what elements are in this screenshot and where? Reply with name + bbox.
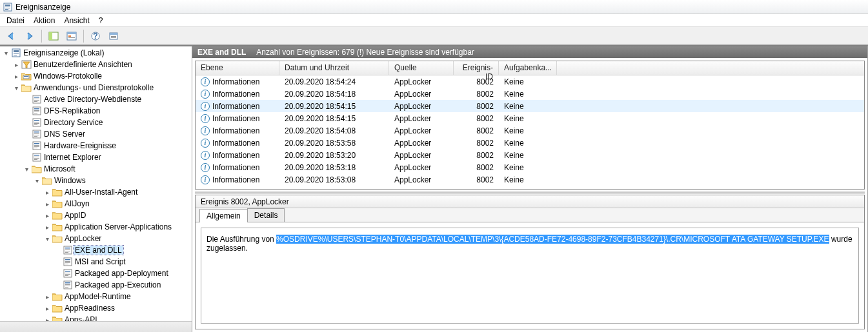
svg-rect-47 xyxy=(34,148,37,148)
content-header: EXE and DLL Anzahl von Ereignissen: 679 … xyxy=(192,46,867,58)
tree-item-windows-logs[interactable]: ▸Windows-Protokolle xyxy=(0,70,192,82)
forward-button[interactable] xyxy=(22,29,37,43)
tree-item-dfs[interactable]: DFS-Replikation xyxy=(0,105,192,117)
tree-item-dirsvc[interactable]: Directory Service xyxy=(0,117,192,128)
event-id: 8002 xyxy=(454,114,499,123)
event-source: AppLocker xyxy=(389,175,454,184)
svg-rect-27 xyxy=(34,101,37,102)
svg-rect-0 xyxy=(4,3,12,11)
svg-rect-8 xyxy=(68,35,71,37)
column-headers[interactable]: Ebene Datum und Uhrzeit Quelle Ereignis-… xyxy=(196,61,864,75)
event-time: 20.09.2020 18:54:08 xyxy=(279,126,389,135)
tree-item-root[interactable]: ▾Ereignisanzeige (Lokal) xyxy=(0,47,192,59)
event-time: 20.09.2020 18:54:24 xyxy=(279,77,389,86)
tree-item-exe-dll[interactable]: EXE and DLL xyxy=(0,244,192,256)
tree-item-ie[interactable]: Internet Explorer xyxy=(0,151,192,163)
tree-item-app-srv[interactable]: ▸Application Server-Applications xyxy=(0,221,192,233)
svg-text:?: ? xyxy=(93,32,97,41)
tree-item-label: Directory Service xyxy=(43,118,103,127)
tree-item-applocker[interactable]: ▾AppLocker xyxy=(0,233,192,244)
event-id: 8002 xyxy=(454,126,499,135)
tree-item-label: EXE and DLL xyxy=(74,246,123,255)
event-time: 20.09.2020 18:54:15 xyxy=(279,102,389,111)
event-level: Informationen xyxy=(212,90,259,99)
folder-icon xyxy=(52,304,63,313)
col-level[interactable]: Ebene xyxy=(196,61,279,75)
tree-item-ad-web[interactable]: Active Directory-Webdienste xyxy=(0,93,192,105)
tree-item-appready[interactable]: ▸AppReadiness xyxy=(0,302,192,314)
tree-item-label: All-User-Install-Agent xyxy=(63,188,137,197)
event-row[interactable]: iInformationen20.09.2020 18:53:08AppLock… xyxy=(196,173,864,186)
event-message[interactable]: Die Ausführung von %OSDRIVE%\USERS\STEPH… xyxy=(201,228,859,324)
folder-icon xyxy=(52,293,63,301)
tree-item-pkg-dep[interactable]: Packaged app-Deployment xyxy=(0,268,192,279)
tree-item-windows[interactable]: ▾Windows xyxy=(0,175,192,186)
event-source: AppLocker xyxy=(389,139,454,148)
tree-item-hw[interactable]: Hardware-Ereignisse xyxy=(0,140,192,151)
tree-item-label: Ereignisanzeige (Lokal) xyxy=(22,48,104,57)
tree-item-dns[interactable]: DNS Server xyxy=(0,128,192,140)
col-source[interactable]: Quelle xyxy=(389,61,454,75)
event-row[interactable]: iInformationen20.09.2020 18:54:15AppLock… xyxy=(196,100,864,112)
navigation-tree[interactable]: ▾Ereignisanzeige (Lokal)▸Benutzerdefinie… xyxy=(0,45,192,332)
svg-rect-69 xyxy=(65,282,70,284)
event-row[interactable]: iInformationen20.09.2020 18:54:08AppLock… xyxy=(196,124,864,137)
tree-item-apps-services[interactable]: ▾Anwendungs- und Dienstprotokolle xyxy=(0,82,192,93)
col-time[interactable]: Datum und Uhrzeit xyxy=(279,61,389,75)
filter-icon xyxy=(21,60,32,69)
svg-rect-30 xyxy=(34,110,39,111)
svg-rect-60 xyxy=(65,261,70,262)
event-id: 8002 xyxy=(454,139,499,148)
event-row[interactable]: iInformationen20.09.2020 18:53:58AppLock… xyxy=(196,137,864,149)
show-hide-tree-button[interactable] xyxy=(46,29,61,43)
event-row[interactable]: iInformationen20.09.2020 18:54:24AppLock… xyxy=(196,75,864,88)
tree-item-all-user[interactable]: ▸All-User-Install-Agent xyxy=(0,186,192,198)
event-list[interactable]: Ebene Datum und Uhrzeit Quelle Ereignis-… xyxy=(195,61,865,190)
event-time: 20.09.2020 18:54:15 xyxy=(279,114,389,123)
tree-item-msi[interactable]: MSI and Script xyxy=(0,256,192,268)
svg-rect-25 xyxy=(34,99,39,99)
svg-rect-65 xyxy=(65,273,70,273)
properties-button[interactable] xyxy=(64,29,79,43)
svg-rect-21 xyxy=(23,75,29,79)
event-row[interactable]: iInformationen20.09.2020 18:53:20AppLock… xyxy=(196,149,864,161)
tab-general[interactable]: Allgemein xyxy=(199,209,248,222)
tree-item-custom-views[interactable]: ▸Benutzerdefinierte Ansichten xyxy=(0,59,192,70)
menu-file[interactable]: Datei xyxy=(6,16,25,25)
tree-item-label: Application Server-Applications xyxy=(63,222,172,231)
event-time: 20.09.2020 18:54:18 xyxy=(279,90,389,99)
horizontal-splitter[interactable] xyxy=(195,191,865,193)
tree-item-label: DNS Server xyxy=(43,130,85,139)
tree-item-label: AllJoyn xyxy=(63,199,90,208)
menu-action[interactable]: Aktion xyxy=(34,16,55,25)
col-task[interactable]: Aufgabenka... xyxy=(499,61,557,75)
tree-item-appsapi[interactable]: ▸Apps-API xyxy=(0,314,192,326)
svg-rect-13 xyxy=(110,33,117,35)
help-button[interactable]: ? xyxy=(88,29,103,43)
event-row[interactable]: iInformationen20.09.2020 18:53:18AppLock… xyxy=(196,161,864,173)
event-detail: Ereignis 8002, AppLocker Allgemein Detai… xyxy=(195,195,865,329)
event-row[interactable]: iInformationen20.09.2020 18:54:15AppLock… xyxy=(196,112,864,124)
tree-item-microsoft[interactable]: ▾Microsoft xyxy=(0,163,192,175)
tree-item-label: Active Directory-Webdienste xyxy=(43,95,141,104)
event-row[interactable]: iInformationen20.09.2020 18:54:18AppLock… xyxy=(196,88,864,100)
menu-bar: Datei Aktion Ansicht ? xyxy=(0,14,868,27)
tree-item-pkg-exe[interactable]: Packaged app-Execution xyxy=(0,279,192,291)
menu-view[interactable]: Ansicht xyxy=(64,16,89,25)
back-button[interactable] xyxy=(4,29,19,43)
svg-rect-56 xyxy=(65,251,70,251)
menu-help[interactable]: ? xyxy=(99,16,103,25)
log-icon xyxy=(31,141,43,150)
event-id: 8002 xyxy=(454,163,499,172)
event-task: Keine xyxy=(499,114,557,123)
tab-details[interactable]: Details xyxy=(247,208,285,222)
title-bar: Ereignisanzeige xyxy=(0,0,868,14)
tree-item-appmodel[interactable]: ▸AppModel-Runtime xyxy=(0,291,192,302)
folder-icon xyxy=(52,188,63,197)
tree-item-alljoyn[interactable]: ▸AllJoyn xyxy=(0,198,192,210)
info-icon: i xyxy=(201,102,210,111)
tree-item-appid[interactable]: ▸AppID xyxy=(0,210,192,221)
refresh-button[interactable] xyxy=(106,29,121,43)
svg-rect-49 xyxy=(34,155,39,156)
col-id[interactable]: Ereignis-ID xyxy=(454,61,499,75)
